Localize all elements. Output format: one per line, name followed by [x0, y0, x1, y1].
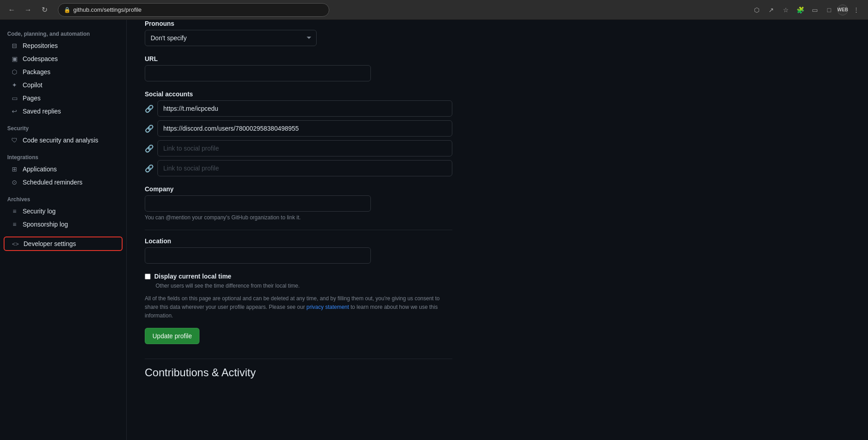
social-input-row-3: 🔗	[145, 140, 452, 156]
social-input-1[interactable]	[157, 100, 452, 117]
sidebar-label-applications: Applications	[23, 166, 57, 173]
social-input-row-4: 🔗	[145, 160, 452, 176]
sidebar-label-repositories: Repositories	[23, 42, 58, 49]
repositories-icon: ⊟	[11, 42, 18, 49]
company-section: Company You can @mention your company's …	[145, 185, 452, 221]
sidebar-item-sponsorship-log[interactable]: ≡ Sponsorship log	[4, 218, 123, 231]
location-section: Location	[145, 237, 452, 264]
tab-button[interactable]: ▭	[808, 4, 821, 16]
page-layout: Code, planning, and automation ⊟ Reposit…	[0, 20, 868, 440]
share-button[interactable]: ↗	[765, 4, 778, 16]
reminders-icon: ⊙	[11, 179, 18, 186]
sidebar-label-copilot: Copilot	[23, 81, 43, 89]
sidebar-label-developer-settings: Developer settings	[24, 240, 76, 247]
sidebar-section-security: Security	[0, 122, 126, 133]
social-input-4[interactable]	[157, 160, 452, 176]
window-button[interactable]: □	[823, 4, 835, 16]
bookmark-button[interactable]: ☆	[779, 4, 792, 16]
pronouns-label: Pronouns	[145, 20, 452, 27]
copilot-icon: ✦	[11, 81, 18, 89]
company-label: Company	[145, 185, 452, 193]
link-icon-1: 🔗	[145, 104, 154, 113]
url-section: URL	[145, 55, 452, 81]
applications-icon: ⊞	[11, 166, 18, 173]
social-accounts-container: 🔗 🔗 🔗 🔗	[145, 100, 452, 176]
link-icon-4: 🔗	[145, 164, 154, 173]
sidebar-label-scheduled-reminders: Scheduled reminders	[23, 179, 82, 186]
company-input[interactable]	[145, 195, 371, 212]
saved-replies-icon: ↩	[11, 108, 18, 115]
sidebar: Code, planning, and automation ⊟ Reposit…	[0, 20, 127, 440]
display-time-checkbox[interactable]	[145, 274, 151, 279]
main-content: Pronouns Don't specify they/them she/her…	[127, 20, 470, 440]
sidebar-item-repositories[interactable]: ⊟ Repositories	[4, 39, 123, 52]
codespaces-icon: ▣	[11, 55, 18, 62]
packages-icon: ⬡	[11, 68, 18, 76]
forward-button[interactable]: →	[22, 4, 34, 16]
display-time-row: Display current local time	[145, 273, 452, 280]
browser-actions: ⬡ ↗ ☆ 🧩 ▭ □ WEB ⋮	[750, 4, 863, 16]
sidebar-section-archives: Archives	[0, 193, 126, 204]
pronouns-section: Pronouns Don't specify they/them she/her…	[145, 20, 452, 46]
sidebar-item-scheduled-reminders[interactable]: ⊙ Scheduled reminders	[4, 176, 123, 189]
sidebar-item-developer-settings[interactable]: <> Developer settings	[4, 237, 123, 251]
menu-button[interactable]: ⋮	[850, 4, 863, 16]
pages-icon: ▭	[11, 95, 18, 102]
url-label: URL	[145, 55, 452, 62]
sidebar-item-saved-replies[interactable]: ↩ Saved replies	[4, 105, 123, 118]
avatar[interactable]: WEB	[837, 5, 848, 15]
contributions-title: Contributions & Activity	[145, 359, 452, 379]
sidebar-section-integrations: Integrations	[0, 151, 126, 162]
sidebar-item-pages[interactable]: ▭ Pages	[4, 92, 123, 104]
sidebar-label-sponsorship-log: Sponsorship log	[23, 221, 68, 228]
url-text: github.com/settings/profile	[73, 6, 142, 13]
address-bar[interactable]: 🔒 github.com/settings/profile	[58, 3, 329, 17]
sidebar-item-security-log[interactable]: ≡ Security log	[4, 205, 123, 218]
sponsorship-log-icon: ≡	[11, 221, 18, 228]
display-time-label[interactable]: Display current local time	[154, 273, 231, 280]
social-accounts-section: Social accounts 🔗 🔗 🔗 🔗	[145, 90, 452, 176]
social-input-2[interactable]	[157, 120, 452, 137]
developer-settings-icon: <>	[12, 240, 19, 247]
lock-icon: 🔒	[64, 7, 71, 13]
update-profile-button[interactable]: Update profile	[145, 328, 199, 344]
link-icon-2: 🔗	[145, 124, 154, 133]
sidebar-label-security-log: Security log	[23, 208, 56, 215]
location-input[interactable]	[145, 247, 371, 264]
sidebar-item-packages[interactable]: ⬡ Packages	[4, 66, 123, 78]
display-time-hint: Other users will see the time difference…	[156, 283, 452, 289]
sidebar-label-pages: Pages	[23, 95, 41, 102]
link-icon-3: 🔗	[145, 144, 154, 153]
social-input-row-1: 🔗	[145, 100, 452, 117]
sidebar-section-code: Code, planning, and automation	[0, 27, 126, 39]
sidebar-label-codespaces: Codespaces	[23, 55, 58, 62]
sidebar-item-copilot[interactable]: ✦ Copilot	[4, 79, 123, 91]
url-input[interactable]	[145, 65, 371, 81]
sidebar-item-applications[interactable]: ⊞ Applications	[4, 163, 123, 175]
sidebar-label-saved-replies: Saved replies	[23, 108, 61, 115]
cast-button[interactable]: ⬡	[750, 4, 763, 16]
privacy-link[interactable]: privacy statement	[307, 304, 349, 310]
extension-button[interactable]: 🧩	[794, 4, 806, 16]
pronouns-select[interactable]: Don't specify they/them she/her he/him	[145, 30, 317, 46]
sidebar-item-code-security[interactable]: 🛡 Code security and analysis	[4, 134, 123, 147]
social-input-row-2: 🔗	[145, 120, 452, 137]
social-accounts-label: Social accounts	[145, 90, 452, 98]
back-button[interactable]: ←	[5, 4, 18, 16]
sidebar-label-code-security: Code security and analysis	[23, 137, 98, 144]
social-input-3[interactable]	[157, 140, 452, 156]
privacy-notice: All of the fields on this page are optio…	[145, 294, 452, 321]
sidebar-item-codespaces[interactable]: ▣ Codespaces	[4, 52, 123, 65]
security-log-icon: ≡	[11, 208, 18, 215]
company-hint: You can @mention your company's GitHub o…	[145, 214, 452, 221]
location-label: Location	[145, 237, 452, 245]
refresh-button[interactable]: ↻	[38, 4, 51, 16]
sidebar-label-packages: Packages	[23, 68, 50, 76]
browser-chrome: ← → ↻ 🔒 github.com/settings/profile ⬡ ↗ …	[0, 0, 868, 20]
divider	[145, 230, 452, 230]
shield-icon: 🛡	[11, 137, 18, 144]
